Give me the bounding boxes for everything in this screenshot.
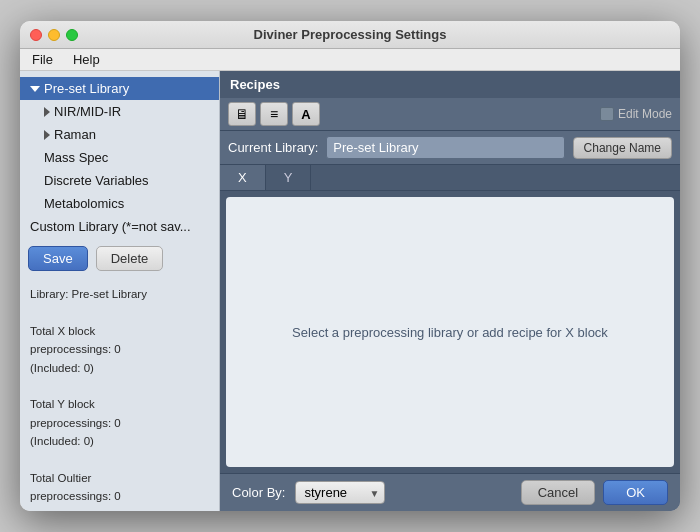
toolbar-monitor-btn[interactable]: 🖥 [228, 102, 256, 126]
sidebar-item-custom[interactable]: Custom Library (*=not sav... [20, 215, 219, 238]
sidebar-item-label: Raman [54, 127, 96, 142]
delete-button[interactable]: Delete [96, 246, 164, 271]
sidebar-header-label: Pre-set Library [44, 81, 129, 96]
sidebar-item-label: Metabolomics [44, 196, 124, 211]
color-by-label: Color By: [232, 485, 285, 500]
recipes-title: Recipes [230, 77, 280, 92]
sidebar-item-metabolomics[interactable]: Metabolomics [20, 192, 219, 215]
library-input[interactable] [326, 136, 564, 159]
save-button[interactable]: Save [28, 246, 88, 271]
bottom-buttons: Cancel OK [521, 480, 668, 505]
monitor-icon: 🖥 [235, 106, 249, 122]
x-block-info: Total X blockpreprocessings: 0(Included:… [30, 322, 209, 377]
title-bar: Diviner Preprocessing Settings [20, 21, 680, 49]
sidebar-item-label: Mass Spec [44, 150, 108, 165]
sidebar-preset-library-header[interactable]: Pre-set Library [20, 77, 219, 100]
recipes-toolbar: 🖥 ≡ A Edit Mode [220, 98, 680, 131]
edit-mode-area: Edit Mode [600, 107, 672, 121]
sidebar: Pre-set Library NIR/MID-IR Raman Mass Sp… [20, 71, 220, 511]
maximize-button[interactable] [66, 29, 78, 41]
y-block-info: Total Y blockpreprocessings: 0(Included:… [30, 395, 209, 450]
menu-file[interactable]: File [28, 50, 57, 69]
recipe-placeholder: Select a preprocessing library or add re… [292, 325, 608, 340]
right-panel: Recipes 🖥 ≡ A Edit Mode [220, 71, 680, 511]
sidebar-item-label: Discrete Variables [44, 173, 149, 188]
toolbar-list-btn[interactable]: ≡ [260, 102, 288, 126]
outlier-info: Total Oultierpreprocessings: 0 [30, 469, 209, 506]
main-window: Diviner Preprocessing Settings File Help… [20, 21, 680, 511]
window-title: Diviner Preprocessing Settings [254, 27, 447, 42]
library-row: Current Library: Change Name [220, 131, 680, 165]
color-by-wrapper: styrene none sample ▼ [295, 481, 385, 504]
triangle-right-icon [44, 130, 50, 140]
close-button[interactable] [30, 29, 42, 41]
sidebar-item-label: NIR/MID-IR [54, 104, 121, 119]
sidebar-footer: Save Delete [20, 238, 219, 279]
minimize-button[interactable] [48, 29, 60, 41]
library-info: Library: Pre-set Library [30, 285, 209, 303]
ok-button[interactable]: OK [603, 480, 668, 505]
change-name-button[interactable]: Change Name [573, 137, 672, 159]
edit-mode-label: Edit Mode [618, 107, 672, 121]
sidebar-item-mass-spec[interactable]: Mass Spec [20, 146, 219, 169]
sidebar-item-label: Custom Library (*=not sav... [30, 219, 191, 234]
triangle-right-icon [44, 107, 50, 117]
menu-bar: File Help [20, 49, 680, 71]
recipe-content: Select a preprocessing library or add re… [226, 197, 674, 467]
library-label: Current Library: [228, 140, 318, 155]
toolbar-text-btn[interactable]: A [292, 102, 320, 126]
sidebar-item-discrete[interactable]: Discrete Variables [20, 169, 219, 192]
color-by-select[interactable]: styrene none sample [295, 481, 385, 504]
tabs-row: X Y [220, 165, 680, 191]
bottom-bar: Color By: styrene none sample ▼ Cancel O… [220, 473, 680, 511]
sidebar-item-raman[interactable]: Raman [20, 123, 219, 146]
menu-help[interactable]: Help [69, 50, 104, 69]
sidebar-info: Library: Pre-set Library Total X blockpr… [20, 279, 219, 511]
tab-y[interactable]: Y [266, 165, 312, 190]
text-icon: A [301, 107, 310, 122]
sidebar-item-nir[interactable]: NIR/MID-IR [20, 100, 219, 123]
edit-mode-checkbox[interactable] [600, 107, 614, 121]
list-icon: ≡ [270, 106, 278, 122]
main-content: Pre-set Library NIR/MID-IR Raman Mass Sp… [20, 71, 680, 511]
triangle-down-icon [30, 86, 40, 92]
cancel-button[interactable]: Cancel [521, 480, 595, 505]
traffic-lights [30, 29, 78, 41]
tab-x[interactable]: X [220, 165, 266, 190]
recipes-header: Recipes [220, 71, 680, 98]
